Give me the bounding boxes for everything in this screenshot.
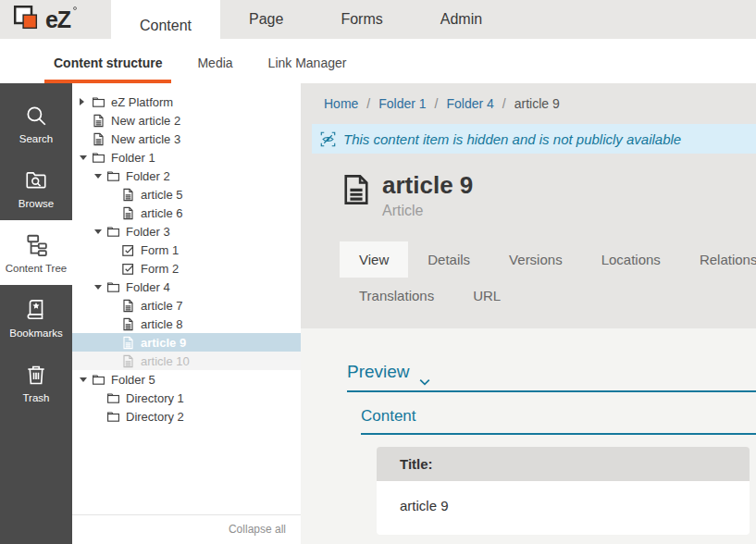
article-icon	[121, 206, 135, 220]
breadcrumb: Home/Folder 1/Folder 4/article 9	[301, 83, 756, 124]
tree-item-label: eZ Platform	[111, 95, 173, 109]
tree-item-folder-3[interactable]: Folder 3	[72, 222, 301, 241]
tree-item-ez-platform[interactable]: eZ Platform	[72, 93, 301, 111]
tree-footer: Collapse all	[72, 514, 301, 544]
tree-item-label: article 7	[141, 299, 183, 313]
tree-item-folder-5[interactable]: Folder 5	[72, 370, 301, 389]
breadcrumb-separator: /	[502, 96, 506, 111]
tab-view[interactable]: View	[340, 241, 408, 278]
trash-icon	[24, 363, 48, 387]
breadcrumb-link-home[interactable]: Home	[324, 96, 358, 111]
tree-item-article-10[interactable]: article 10	[72, 352, 301, 370]
article-icon	[121, 336, 135, 350]
article-icon	[121, 188, 135, 202]
tree-item-new-article-3[interactable]: New article 3	[72, 130, 301, 148]
article-icon	[342, 172, 370, 207]
article-icon	[92, 114, 105, 128]
tree-item-label: Folder 2	[126, 169, 170, 183]
hidden-eye-icon	[320, 131, 336, 147]
expand-arrow-icon[interactable]	[80, 377, 92, 382]
tab-versions[interactable]: Versions	[490, 241, 582, 278]
search-icon	[24, 104, 48, 128]
tab-relations[interactable]: Relations	[680, 241, 756, 278]
folder-icon	[92, 151, 105, 165]
top-nav-content[interactable]: Content	[111, 0, 220, 52]
chevron-down-icon	[419, 370, 430, 377]
tab-details[interactable]: Details	[408, 241, 490, 278]
tree-item-article-5[interactable]: article 5	[72, 185, 301, 204]
tab-translations[interactable]: Translations	[340, 278, 453, 314]
expand-arrow-icon[interactable]	[80, 155, 92, 160]
folder-icon	[106, 225, 120, 239]
tab-url[interactable]: URL	[453, 278, 520, 314]
tab-locations[interactable]: Locations	[582, 241, 680, 278]
folder-icon	[106, 410, 120, 424]
tree-item-new-article-2[interactable]: New article 2	[72, 111, 301, 130]
preview-heading: Preview	[347, 362, 410, 382]
folder-icon	[106, 280, 120, 294]
sidebar-item-search[interactable]: Search	[0, 91, 72, 155]
triangle-down	[94, 229, 102, 234]
top-navigation: ContentPageFormsAdmin	[111, 0, 511, 39]
sidebar-item-bookmarks[interactable]: Bookmarks	[0, 285, 72, 350]
breadcrumb-link-folder-1[interactable]: Folder 1	[378, 96, 426, 111]
triangle-down	[94, 174, 102, 179]
tree-item-label: Folder 4	[126, 280, 170, 294]
sub-nav-media[interactable]: Media	[188, 56, 242, 83]
page-title: article 9	[382, 172, 473, 199]
tree-item-article-8[interactable]: article 8	[72, 315, 301, 333]
expand-arrow-icon[interactable]	[80, 98, 92, 105]
tree-item-folder-4[interactable]: Folder 4	[72, 278, 301, 296]
hidden-content-notice: This content item is hidden and is not p…	[312, 124, 756, 154]
tree-item-label: Form 1	[141, 243, 179, 257]
tree-item-form-1[interactable]: Form 1	[72, 241, 301, 259]
triangle-down	[80, 155, 87, 160]
tree-item-article-6[interactable]: article 6	[72, 204, 301, 222]
folder-icon	[106, 391, 120, 405]
top-nav-page[interactable]: Page	[220, 0, 312, 39]
triangle-right	[80, 98, 84, 105]
sidebar-item-browse[interactable]: Browse	[0, 155, 72, 220]
sub-nav-content-structure[interactable]: Content structure	[44, 56, 171, 83]
article-icon	[121, 317, 135, 331]
folder-icon	[106, 169, 120, 183]
tree-item-article-7[interactable]: article 7	[72, 296, 301, 315]
tree-item-folder-1[interactable]: Folder 1	[72, 148, 301, 167]
breadcrumb-link-folder-4[interactable]: Folder 4	[447, 96, 494, 111]
top-nav-admin[interactable]: Admin	[412, 0, 511, 39]
tree-item-directory-1[interactable]: Directory 1	[72, 389, 301, 407]
sidebar-item-label: Trash	[23, 392, 50, 403]
tree-item-folder-2[interactable]: Folder 2	[72, 167, 301, 185]
field-label: Title:	[377, 447, 750, 481]
tree-item-label: article 9	[141, 336, 186, 350]
notice-text: This content item is hidden and is not p…	[343, 131, 681, 147]
tree-item-article-9[interactable]: article 9	[72, 333, 301, 352]
tree-item-directory-2[interactable]: Directory 2	[72, 407, 301, 426]
triangle-down	[94, 285, 102, 290]
ez-logo: eZ	[0, 0, 90, 39]
preview-toggle[interactable]: Preview	[347, 362, 756, 392]
expand-arrow-icon[interactable]	[94, 229, 106, 234]
triangle-down	[80, 377, 87, 382]
content-type-label: Article	[382, 203, 473, 219]
form-icon	[121, 262, 135, 276]
top-bar: eZ ContentPageFormsAdmin	[0, 0, 756, 39]
section-heading: Content	[361, 407, 756, 435]
logo-text: eZ	[45, 6, 70, 33]
expand-arrow-icon[interactable]	[94, 174, 106, 179]
tree-item-label: article 8	[141, 317, 183, 331]
top-nav-forms[interactable]: Forms	[312, 0, 411, 39]
article-icon	[121, 299, 135, 313]
article-icon	[121, 354, 135, 368]
expand-arrow-icon[interactable]	[94, 285, 106, 290]
folder-icon	[92, 95, 105, 109]
sub-nav-link-manager[interactable]: Link Manager	[259, 56, 356, 83]
browse-icon	[24, 168, 48, 192]
tree-item-label: article 10	[141, 354, 190, 368]
field-table: Title:article 9	[377, 447, 750, 535]
content-section: Content Title:article 9	[361, 407, 756, 535]
sidebar-item-content-tree[interactable]: Content Tree	[0, 220, 72, 285]
sidebar-item-trash[interactable]: Trash	[0, 350, 72, 414]
collapse-all-button[interactable]: Collapse all	[223, 522, 291, 537]
tree-item-form-2[interactable]: Form 2	[72, 259, 301, 278]
